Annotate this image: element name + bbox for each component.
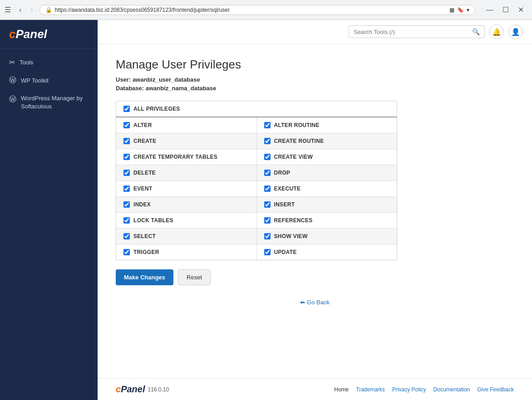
checkbox-references[interactable] <box>264 217 271 224</box>
go-back-link[interactable]: ⬅ Go Back <box>300 299 330 306</box>
checkbox-select[interactable] <box>123 233 130 239</box>
search-input[interactable] <box>354 29 469 35</box>
checkbox-update[interactable] <box>264 249 271 255</box>
checkbox-drop[interactable] <box>264 170 271 176</box>
maximize-button[interactable]: ☐ <box>499 4 512 16</box>
footer-link-trademarks[interactable]: Trademarks <box>356 386 385 393</box>
checkbox-create-view[interactable] <box>264 154 271 160</box>
notifications-button[interactable]: 🔔 <box>489 24 504 39</box>
wp-toolkit-icon: Ⓦ <box>9 76 16 85</box>
checkbox-index[interactable] <box>123 201 130 208</box>
label-create: CREATE <box>133 138 156 144</box>
sidebar-item-wp-toolkit[interactable]: Ⓦ WP Toolkit <box>0 71 98 90</box>
footer-link-documentation[interactable]: Documentation <box>433 386 470 393</box>
checkbox-alter-routine[interactable] <box>264 122 271 128</box>
checkbox-delete[interactable] <box>123 170 130 176</box>
label-insert: INSERT <box>274 201 295 208</box>
checkbox-create[interactable] <box>123 138 130 144</box>
label-select: SELECT <box>133 233 156 239</box>
privilege-cell-insert: INSERT <box>257 197 397 212</box>
browser-back-button[interactable]: ‹ <box>16 5 24 15</box>
sidebar-nav: ✂ Tools Ⓦ WP Toolkit Ⓦ WordPress Manager… <box>0 49 98 400</box>
top-bar: 🔍 🔔 👤 <box>98 20 532 44</box>
label-create-routine: CREATE ROUTINE <box>274 138 324 144</box>
page-title: Manage User Privileges <box>116 58 514 72</box>
browser-forward-button[interactable]: › <box>28 5 35 15</box>
qr-icon: ▦ <box>449 7 454 13</box>
label-lock-tables: LOCK TABLES <box>133 217 173 224</box>
checkbox-show-view[interactable] <box>264 233 271 239</box>
privilege-cell-index: INDEX <box>116 197 257 212</box>
privilege-cell-update: UPDATE <box>257 244 397 260</box>
label-index: INDEX <box>133 201 151 208</box>
user-icon: 👤 <box>511 28 520 36</box>
url-text: https://awandata.biz.id:2083/cpsess06591… <box>55 7 447 13</box>
sidebar-item-tools[interactable]: ✂ Tools <box>0 54 98 71</box>
all-privileges-row: ALL PRIVILEGES <box>116 101 397 117</box>
all-privileges-checkbox[interactable] <box>123 106 130 112</box>
footer-version: 116.0.10 <box>148 386 169 393</box>
checkbox-event[interactable] <box>123 185 130 192</box>
security-icon: 🔒 <box>45 7 52 13</box>
privilege-row-6: LOCK TABLES REFERENCES <box>116 213 397 229</box>
privilege-cell-drop: DROP <box>257 165 397 180</box>
privilege-cell-alter-routine: ALTER ROUTINE <box>257 117 397 133</box>
footer-link-feedback[interactable]: Give Feedback <box>477 386 514 393</box>
address-bar: 🔒 https://awandata.biz.id:2083/cpsess065… <box>39 5 475 15</box>
checkbox-insert[interactable] <box>264 201 271 208</box>
checkbox-create-routine[interactable] <box>264 138 271 144</box>
checkbox-lock-tables[interactable] <box>123 217 130 224</box>
action-buttons: Make Changes Reset <box>116 269 397 285</box>
sidebar-item-wordpress-manager[interactable]: Ⓦ WordPress Manager by Softaculous <box>0 90 98 115</box>
privilege-row-0: ALTER ALTER ROUTINE <box>116 117 397 133</box>
privilege-cell-create-view: CREATE VIEW <box>257 149 397 165</box>
checkbox-alter[interactable] <box>123 122 130 128</box>
privilege-row-4: EVENT EXECUTE <box>116 181 397 197</box>
checkbox-execute[interactable] <box>264 185 271 192</box>
footer-link-home[interactable]: Home <box>334 386 349 393</box>
search-icon[interactable]: 🔍 <box>472 28 480 35</box>
bookmark-icon: 🔖 <box>457 7 464 13</box>
footer-link-privacy[interactable]: Privacy Policy <box>392 386 426 393</box>
user-button[interactable]: 👤 <box>508 24 523 39</box>
sidebar-item-tools-label: Tools <box>20 59 33 66</box>
privilege-cell-event: EVENT <box>116 181 257 196</box>
minimize-button[interactable]: — <box>483 4 497 16</box>
privilege-row-5: INDEX INSERT <box>116 197 397 213</box>
privilege-cell-show-view: SHOW VIEW <box>257 229 397 244</box>
close-button[interactable]: ✕ <box>514 4 527 16</box>
user-info: User: awanbiz_user_database <box>116 76 514 83</box>
label-delete: DELETE <box>133 170 156 176</box>
wordpress-manager-icon: Ⓦ <box>9 95 16 104</box>
footer: cPanel 116.0.10 Home Trademarks Privacy … <box>98 378 532 400</box>
reset-button[interactable]: Reset <box>178 269 211 285</box>
footer-logo: cPanel 116.0.10 <box>116 384 169 395</box>
window-controls: — ☐ ✕ <box>483 4 527 16</box>
all-privileges-label: ALL PRIVILEGES <box>133 106 180 112</box>
bell-icon: 🔔 <box>492 28 501 36</box>
privilege-row-3: DELETE DROP <box>116 165 397 181</box>
sidebar-item-wp-toolkit-label: WP Toolkit <box>21 77 49 84</box>
browser-menu-icon[interactable]: ☰ <box>5 5 11 14</box>
checkbox-trigger[interactable] <box>123 249 130 255</box>
go-back-arrow-icon: ⬅ <box>300 299 305 306</box>
privilege-cell-trigger: TRIGGER <box>116 244 257 260</box>
cpanel-logo: cPanel <box>9 27 89 41</box>
privilege-cell-select: SELECT <box>116 229 257 244</box>
privilege-cell-lock-tables: LOCK TABLES <box>116 213 257 228</box>
privilege-cell-references: REFERENCES <box>257 213 397 228</box>
database-value: awanbiz_nama_database <box>146 85 216 92</box>
sidebar-item-wordpress-manager-label: WordPress Manager by Softaculous <box>21 94 89 111</box>
privilege-cell-alter: ALTER <box>116 117 257 133</box>
privilege-cell-delete: DELETE <box>116 165 257 180</box>
checkbox-create-temp[interactable] <box>123 154 130 160</box>
sidebar-logo: cPanel <box>0 20 98 49</box>
label-update: UPDATE <box>274 249 297 255</box>
privilege-row-7: SELECT SHOW VIEW <box>116 229 397 244</box>
label-alter: ALTER <box>133 122 152 128</box>
privilege-cell-create: CREATE <box>116 133 257 149</box>
label-trigger: TRIGGER <box>133 249 159 255</box>
label-create-temp: CREATE TEMPORARY TABLES <box>133 154 217 160</box>
dropdown-icon: ▾ <box>467 7 469 13</box>
make-changes-button[interactable]: Make Changes <box>116 269 173 285</box>
